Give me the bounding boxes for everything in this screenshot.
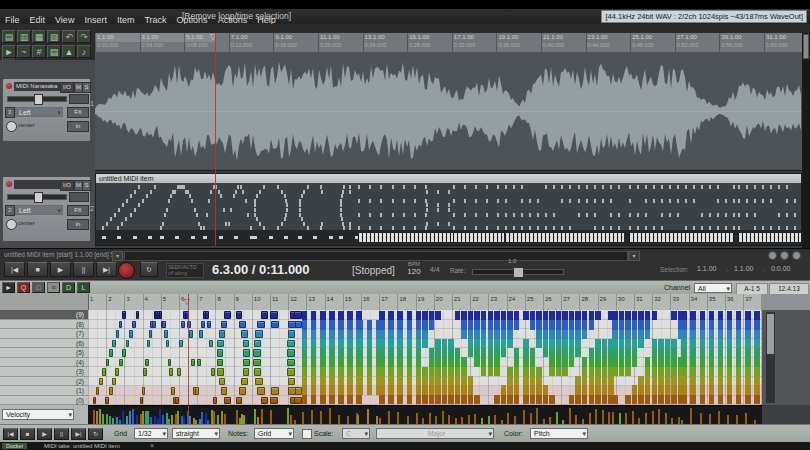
pan-combo[interactable]: Left — [15, 205, 63, 215]
go-to-start-button[interactable]: |◀ — [4, 262, 25, 277]
midi-note[interactable] — [189, 330, 193, 338]
velocity-bar[interactable] — [213, 411, 215, 425]
midi-note-column[interactable] — [501, 311, 507, 404]
midi-note-column[interactable] — [754, 311, 760, 404]
midi-play-button[interactable]: ▶ — [37, 428, 52, 440]
midi-note[interactable] — [109, 349, 113, 357]
midi-note-column[interactable] — [549, 311, 555, 404]
arrange-scrollbar[interactable] — [802, 33, 810, 248]
midi-note-column[interactable] — [416, 311, 422, 404]
midi-note[interactable] — [106, 359, 110, 367]
midi-note[interactable] — [179, 340, 183, 348]
velocity-bar[interactable] — [287, 408, 289, 425]
midi-note[interactable] — [224, 311, 231, 319]
track-panel-1[interactable]: MIDI Nanasaka I/O M S ≡ Left FX center i… — [2, 78, 91, 142]
midi-note-column[interactable] — [302, 311, 308, 404]
midi-note[interactable] — [162, 321, 166, 329]
key-row-label[interactable]: (8) — [0, 320, 88, 330]
take-tab[interactable]: MIDI take: untitled MIDI item — [44, 443, 120, 449]
selection-length[interactable]: 0:0.00 — [771, 265, 790, 272]
velocity-bar[interactable] — [129, 411, 131, 425]
midi-note[interactable] — [287, 359, 295, 367]
midi-note[interactable] — [171, 387, 175, 395]
envelope-icon[interactable]: ~ — [17, 45, 31, 58]
solo-button[interactable]: S — [82, 180, 91, 191]
midi-note[interactable] — [253, 349, 261, 357]
key-row-label[interactable]: (0) — [0, 396, 88, 406]
midi-note-column[interactable] — [625, 311, 631, 404]
midi-note-column[interactable] — [652, 311, 658, 404]
arrange-scrollbar-thumb[interactable] — [803, 34, 809, 59]
midi-note[interactable] — [116, 330, 120, 338]
midi-note[interactable] — [217, 359, 224, 367]
velocity-bar[interactable] — [690, 408, 692, 425]
velocity-bar[interactable] — [96, 411, 98, 425]
midi-note[interactable] — [140, 397, 144, 405]
midi-note[interactable] — [169, 368, 173, 376]
midi-note-column[interactable] — [543, 311, 549, 404]
midi-note-column[interactable] — [397, 311, 403, 404]
key-row-label[interactable]: (2) — [0, 377, 88, 387]
midi-scrollbar-thumb[interactable] — [767, 314, 774, 354]
key-row-label[interactable]: (7) — [0, 329, 88, 339]
velocity-bar[interactable] — [270, 410, 272, 425]
audio-item[interactable] — [95, 52, 802, 171]
lane-dropdown-icon[interactable]: ▾ — [628, 251, 640, 261]
dock-restore-icon[interactable] — [780, 251, 789, 260]
midi-note-column[interactable] — [556, 311, 562, 404]
midi-note-column[interactable] — [727, 311, 733, 404]
midi-note[interactable] — [243, 359, 250, 367]
midi-note-column[interactable] — [442, 311, 448, 404]
midi-note-column[interactable] — [602, 311, 608, 404]
loop-section-icon[interactable]: L — [77, 282, 90, 293]
midi-note[interactable] — [126, 340, 130, 348]
velocity-bar[interactable] — [320, 411, 322, 425]
midi-item-title[interactable]: untitled MIDI item — [96, 174, 802, 183]
midi-note[interactable] — [236, 397, 243, 405]
sync-box[interactable]: SEEK/AUTO off along — [166, 263, 204, 278]
midi-note-column[interactable] — [718, 311, 724, 404]
midi-note-column[interactable] — [311, 311, 317, 404]
piano-roll[interactable] — [88, 310, 762, 405]
midi-note[interactable] — [119, 321, 123, 329]
selection-start[interactable]: 1.1.00 — [697, 265, 716, 272]
midi-note[interactable] — [254, 368, 262, 376]
midi-note[interactable] — [129, 330, 133, 338]
key-row-label[interactable]: (6) — [0, 339, 88, 349]
midi-note-column[interactable] — [481, 311, 487, 404]
midi-note[interactable] — [239, 321, 246, 329]
midi-go-to-end-button[interactable]: ▶| — [71, 428, 86, 440]
track-panel-2[interactable]: I/O M S ≡ Left FX center in — [2, 176, 91, 242]
docker-tab[interactable]: Docker — [2, 443, 27, 449]
key-row-label[interactable]: (4) — [0, 358, 88, 368]
piano-view-icon[interactable]: ≡ — [47, 282, 60, 293]
midi-note[interactable] — [213, 397, 217, 405]
midi-note-column[interactable] — [507, 311, 513, 404]
midi-note-column[interactable] — [494, 311, 500, 404]
key-row-label[interactable]: (9) — [0, 310, 88, 320]
midi-note-column[interactable] — [619, 311, 625, 404]
timeline-ruler[interactable]: 1.1.000:00.0003.1.000:04.0005.1.000:08.0… — [95, 33, 802, 53]
volume-fader-thumb[interactable] — [34, 94, 43, 105]
midi-note[interactable] — [243, 368, 250, 376]
midi-note[interactable] — [136, 311, 140, 319]
time-signature[interactable]: 4/4 — [430, 266, 440, 273]
channel-combo[interactable]: All — [694, 283, 732, 293]
record-arm-icon[interactable] — [6, 83, 12, 89]
velocity-bar[interactable] — [658, 409, 660, 425]
midi-note-column[interactable] — [523, 311, 529, 404]
midi-note[interactable] — [93, 397, 97, 405]
midi-note[interactable] — [271, 387, 279, 395]
velocity-bar[interactable] — [254, 409, 256, 425]
midi-note[interactable] — [243, 340, 250, 348]
velocity-bar[interactable] — [261, 409, 263, 425]
virtual-keyboard-icon[interactable]: ♪ — [77, 45, 91, 58]
velocity-bar[interactable] — [718, 411, 720, 425]
midi-note-column[interactable] — [645, 311, 651, 404]
go-to-end-button[interactable]: ▶| — [96, 262, 117, 277]
midi-note[interactable] — [112, 340, 116, 348]
io-button[interactable]: I/O — [60, 180, 74, 191]
midi-note-column[interactable] — [562, 311, 568, 404]
velocity-bar[interactable] — [367, 409, 369, 425]
midi-note[interactable] — [219, 378, 226, 386]
